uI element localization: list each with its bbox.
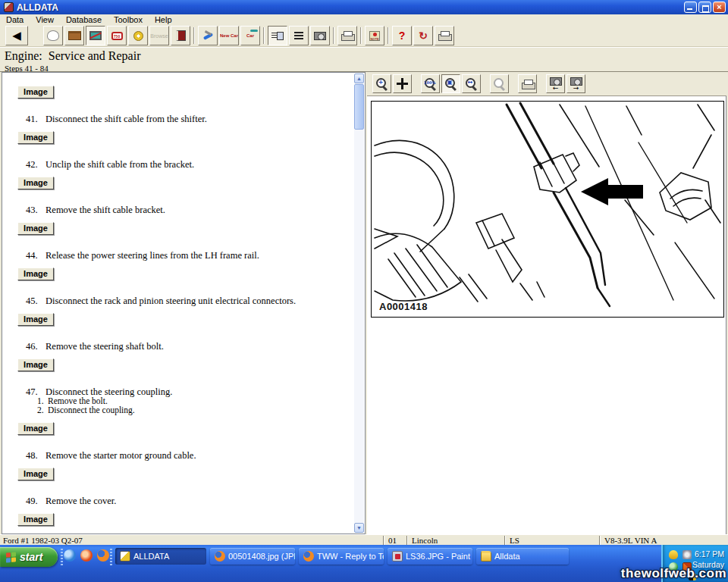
start-button[interactable]: start — [0, 547, 58, 567]
zoom-width-icon: ↔ — [465, 77, 478, 90]
taskband-handle[interactable] — [110, 549, 112, 565]
step-47-sub-2: 2.Disconnect the coupling. — [37, 406, 354, 415]
toolbar-separator — [193, 27, 195, 44]
line-art — [372, 102, 723, 317]
help-button[interactable]: ? — [392, 26, 412, 45]
task-alldata-window[interactable]: ALLDATA — [115, 548, 206, 565]
print-button[interactable] — [337, 26, 357, 45]
notes-button[interactable]: NOTE — [365, 26, 384, 45]
task-paint[interactable]: LS36.JPG - Paint — [388, 548, 472, 565]
text-lines-icon — [294, 32, 303, 39]
tools-button[interactable] — [198, 26, 218, 45]
print-image-button[interactable] — [518, 74, 537, 93]
toolbar-separator — [333, 27, 334, 44]
image-button[interactable]: Image — [17, 513, 54, 526]
zoom-out-button — [490, 74, 509, 93]
browse-button: Browse — [149, 26, 169, 45]
technical-illustration: A0001418 — [371, 101, 724, 318]
back-button[interactable]: ◀ — [5, 26, 28, 45]
app-icon — [4, 2, 14, 12]
menu-database[interactable]: Database — [60, 14, 108, 25]
tray-burst-icon[interactable] — [682, 550, 692, 559]
next-image-button[interactable]: → — [566, 74, 585, 93]
wrench-icon — [202, 31, 214, 41]
zoom-fit-button[interactable]: ▣ — [441, 74, 460, 93]
step-49: 49.Remove the cover. — [26, 496, 354, 505]
image-button[interactable]: Image — [17, 222, 54, 235]
scroll-up-button[interactable]: ▲ — [354, 74, 364, 83]
gauge-button[interactable]: 750 — [107, 26, 127, 45]
steps-list: Image 41.Disconnect the shift cable from… — [2, 73, 354, 534]
image-button[interactable]: Image — [17, 422, 54, 435]
image-button[interactable]: Image — [17, 177, 54, 189]
text-with-images-view-button[interactable] — [268, 26, 287, 45]
firefox-icon — [215, 551, 225, 562]
toolbox-button[interactable] — [64, 26, 84, 45]
key-icon — [250, 30, 258, 32]
mascot-button[interactable] — [43, 26, 63, 45]
zoom-100-button[interactable]: 100% — [421, 74, 440, 93]
quick-launch-firefox-icon[interactable] — [97, 549, 109, 562]
image-button[interactable]: Image — [17, 268, 54, 280]
title-bar: ALLDATA × — [0, 0, 728, 14]
pan-button[interactable] — [393, 74, 412, 93]
back-arrow-icon: ◀ — [12, 27, 21, 45]
procedure-pane: Image 41.Disconnect the shift cable from… — [2, 72, 366, 534]
quick-launch-browser-icon[interactable] — [64, 549, 76, 562]
task-alldata-folder[interactable]: Alldata — [476, 548, 569, 565]
new-car-icon: New Car — [220, 33, 238, 39]
maintenance-schedule-button[interactable] — [128, 26, 148, 45]
vertical-scrollbar[interactable]: ▲ ▼ — [354, 74, 364, 533]
repair-manual-button[interactable] — [171, 26, 190, 45]
new-car-button[interactable]: New Car — [219, 26, 239, 45]
quick-launch-handle[interactable] — [61, 549, 63, 565]
scroll-down-button[interactable]: ▼ — [354, 523, 364, 533]
menu-toolbox[interactable]: Toolbox — [108, 14, 149, 25]
task-jpeg-image[interactable]: 00501408.jpg (JPEG ... — [210, 548, 295, 565]
image-button[interactable]: Image — [17, 468, 54, 480]
dog-mascot-icon — [47, 30, 59, 41]
step-45: 45.Disconnect the rack and pinion steeri… — [26, 296, 354, 305]
previous-image-button[interactable]: ← — [546, 74, 565, 93]
zoom-out-icon — [493, 77, 506, 90]
images-view-button[interactable] — [310, 26, 330, 45]
step-43: 43.Remove the shift cable bracket. — [26, 205, 354, 214]
illustration-label: A0001418 — [379, 301, 428, 312]
step-46: 46.Remove the steering shaft bolt. — [26, 342, 354, 351]
text-only-view-button[interactable] — [289, 26, 309, 45]
image-button[interactable]: Image — [17, 86, 54, 99]
minimize-button[interactable] — [684, 2, 697, 13]
image-button[interactable]: Image — [17, 313, 54, 326]
scrollbar-thumb[interactable] — [354, 84, 364, 130]
menu-view[interactable]: View — [30, 14, 60, 25]
main-toolbar: ◀ 750 Browse New Car Car NOTE ? ↻ — [0, 25, 728, 47]
image-button[interactable]: Image — [17, 131, 54, 144]
quick-launch — [64, 549, 109, 562]
printer-icon — [341, 31, 353, 40]
page-title: Engine: Service and Repair — [5, 49, 728, 63]
quick-launch-mail-icon[interactable] — [80, 549, 93, 562]
print-setup-button[interactable] — [435, 26, 454, 45]
list-image-icon — [271, 31, 284, 40]
menu-data[interactable]: Data — [0, 14, 30, 25]
folder-icon — [481, 551, 491, 562]
step-47: 47.Disconnect the steering coupling. — [26, 387, 354, 396]
zoom-width-button[interactable]: ↔ — [462, 74, 481, 93]
image-button[interactable]: Image — [17, 358, 54, 371]
menu-help[interactable]: Help — [149, 14, 178, 25]
tray-shield-icon[interactable] — [669, 550, 678, 559]
restore-button[interactable] — [698, 2, 711, 13]
step-42: 42.Unclip the shift cable from the brack… — [26, 160, 354, 169]
refresh-button[interactable]: ↻ — [413, 26, 433, 45]
car-key-button[interactable]: Car — [240, 26, 260, 45]
windows-flag-icon — [6, 552, 16, 562]
tray-time: 6:17 PM — [692, 549, 724, 559]
monitor-wrench-icon — [89, 31, 102, 40]
diagnostics-button[interactable] — [86, 26, 105, 45]
step-41: 41.Disconnect the shift cable from the s… — [26, 114, 354, 124]
step-47-sub-1: 1.Remove the bolt. — [37, 397, 354, 405]
camera-icon — [314, 32, 326, 40]
close-button[interactable]: × — [713, 2, 726, 13]
task-forum-reply[interactable]: TWW - Reply to Topic... — [299, 548, 384, 565]
zoom-in-button[interactable]: + — [372, 74, 391, 93]
